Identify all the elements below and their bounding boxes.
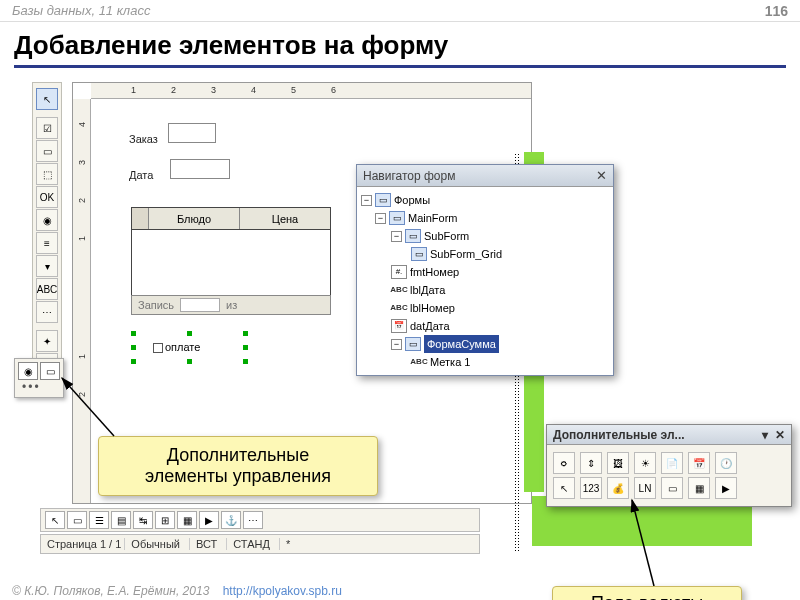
bt-seq-icon[interactable]: ↹ bbox=[133, 511, 153, 529]
status-ins: ВСТ bbox=[189, 538, 223, 550]
eb-spin-icon[interactable]: ⭘ bbox=[553, 452, 575, 474]
tree-root[interactable]: −▭Формы bbox=[361, 191, 609, 209]
side-toolbar: ↖ ☑ ▭ ⬚ OK ◉ ≡ ▾ ABC ⋯ ✦ ▦ bbox=[32, 82, 62, 381]
bt-grid-icon[interactable]: ▦ bbox=[177, 511, 197, 529]
button-tool-icon[interactable]: OK bbox=[36, 186, 58, 208]
eb-image-ctrl-icon[interactable]: ☀ bbox=[634, 452, 656, 474]
mini-float-toolbar: ◉ ▭ ••• bbox=[14, 358, 64, 398]
tree-fmtnomer[interactable]: #.fmtНомер bbox=[361, 263, 609, 281]
scroll-tool-icon[interactable]: ▭ bbox=[40, 362, 60, 380]
form-navigator[interactable]: Навигатор форм ✕ −▭Формы −▭MainForm −▭Su… bbox=[356, 164, 614, 376]
field-data-input[interactable] bbox=[170, 159, 230, 179]
status-mark: * bbox=[279, 538, 296, 550]
bt-props-icon[interactable]: ☰ bbox=[89, 511, 109, 529]
grid-col-price: Цена bbox=[239, 208, 330, 229]
grid-col-dish: Блюдо bbox=[148, 208, 239, 229]
course-label: Базы данных, 11 класс bbox=[12, 3, 150, 18]
title-underline bbox=[14, 65, 786, 68]
bottom-toolbar: ↖ ▭ ☰ ▤ ↹ ⊞ ▦ ▶ ⚓ ⋯ bbox=[40, 508, 480, 532]
subform-grid[interactable]: Блюдо Цена bbox=[131, 207, 331, 295]
eb-image-btn-icon[interactable]: 🖼 bbox=[607, 452, 629, 474]
field-zakaz-input[interactable] bbox=[168, 123, 216, 143]
checkbox-tool-icon[interactable]: ☑ bbox=[36, 117, 58, 139]
of-label: из bbox=[220, 299, 243, 311]
bt-nav-icon[interactable]: ▤ bbox=[111, 511, 131, 529]
footer-link[interactable]: http://kpolyakov.spb.ru bbox=[223, 584, 342, 598]
textbox-tool-icon[interactable]: ▭ bbox=[36, 140, 58, 162]
tree-lblnomer[interactable]: ABClblНомер bbox=[361, 299, 609, 317]
pointer-tool-icon[interactable]: ↖ bbox=[36, 88, 58, 110]
grid-navbar[interactable]: Запись из bbox=[131, 295, 331, 315]
eb-numeric-icon[interactable]: 123 bbox=[580, 477, 602, 499]
navigator-close-icon[interactable]: ✕ bbox=[596, 168, 607, 183]
ruler-vertical: 4 3 2 1 1 2 bbox=[73, 99, 91, 503]
eb-table-icon[interactable]: ▦ bbox=[688, 477, 710, 499]
tree-lbldata[interactable]: ABClblДата bbox=[361, 281, 609, 299]
status-std: СТАНД bbox=[226, 538, 276, 550]
status-mode: Обычный bbox=[124, 538, 186, 550]
format-tool-icon[interactable]: ⬚ bbox=[36, 163, 58, 185]
oplate-label[interactable]: оплате bbox=[153, 341, 200, 353]
eb-date-icon[interactable]: 📅 bbox=[688, 452, 710, 474]
combo-tool-icon[interactable]: ▾ bbox=[36, 255, 58, 277]
ruler-horizontal: 1 2 3 4 5 6 bbox=[91, 83, 531, 99]
bt-anchor-icon[interactable]: ⚓ bbox=[221, 511, 241, 529]
eb-navbar-icon[interactable]: ▶ bbox=[715, 477, 737, 499]
wizard-tool-icon[interactable]: ✦ bbox=[36, 330, 58, 352]
eb-time-icon[interactable]: 🕐 bbox=[715, 452, 737, 474]
tree-formasumma[interactable]: −▭ФормаСумма bbox=[361, 335, 609, 353]
field-zakaz-label: Заказ bbox=[129, 133, 158, 145]
bt-pointer-icon[interactable]: ↖ bbox=[45, 511, 65, 529]
tree-mainform[interactable]: −▭MainForm bbox=[361, 209, 609, 227]
spin-tool-icon[interactable]: ◉ bbox=[18, 362, 38, 380]
callout-extra-controls: Дополнительные элементы управления bbox=[98, 436, 378, 496]
eb-select-icon[interactable]: ↖ bbox=[553, 477, 575, 499]
status-page: Страница 1 / 1 bbox=[47, 538, 121, 550]
list-tool-icon[interactable]: ≡ bbox=[36, 232, 58, 254]
grid-corner bbox=[132, 208, 148, 229]
footer: © К.Ю. Поляков, Е.А. Ерёмин, 2013 http:/… bbox=[12, 584, 342, 598]
eb-scroll-icon[interactable]: ⇕ bbox=[580, 452, 602, 474]
bt-more-icon[interactable]: ⋯ bbox=[243, 511, 263, 529]
label-tool-icon[interactable]: ABC bbox=[36, 278, 58, 300]
bt-form-icon[interactable]: ▭ bbox=[67, 511, 87, 529]
extra-tb-title-label: Дополнительные эл... bbox=[553, 428, 685, 442]
eb-file-icon[interactable]: 📄 bbox=[661, 452, 683, 474]
navigator-title: Навигатор форм bbox=[363, 169, 455, 183]
status-bar: Страница 1 / 1 Обычный ВСТ СТАНД * bbox=[40, 534, 480, 554]
eb-group-icon[interactable]: ▭ bbox=[661, 477, 683, 499]
eb-currency-icon[interactable]: 💰 bbox=[607, 477, 629, 499]
record-label: Запись bbox=[132, 299, 180, 311]
more-dots-icon[interactable]: ••• bbox=[18, 380, 60, 394]
radio-tool-icon[interactable]: ◉ bbox=[36, 209, 58, 231]
more-tool-icon[interactable]: ⋯ bbox=[36, 301, 58, 323]
callout-currency-field: Поле валюты bbox=[552, 586, 742, 600]
tree-subform-grid[interactable]: ▭SubForm_Grid bbox=[361, 245, 609, 263]
page-title: Добавление элементов на форму bbox=[0, 22, 800, 65]
extra-tb-close-icon[interactable]: ✕ bbox=[775, 428, 785, 442]
tree-datdata[interactable]: 📅datДата bbox=[361, 317, 609, 335]
extra-elements-toolbar[interactable]: Дополнительные эл... ▾ ✕ ⭘ ⇕ 🖼 ☀ 📄 📅 🕐 ↖… bbox=[546, 424, 792, 507]
bt-field-icon[interactable]: ⊞ bbox=[155, 511, 175, 529]
page-number: 116 bbox=[765, 3, 788, 19]
bt-run-icon[interactable]: ▶ bbox=[199, 511, 219, 529]
extra-tb-dropdown-icon[interactable]: ▾ bbox=[762, 428, 768, 442]
tree-subform[interactable]: −▭SubForm bbox=[361, 227, 609, 245]
field-data-label: Дата bbox=[129, 169, 153, 181]
eb-pattern-icon[interactable]: LN bbox=[634, 477, 656, 499]
tree-metka1[interactable]: ABCМетка 1 bbox=[361, 353, 609, 371]
